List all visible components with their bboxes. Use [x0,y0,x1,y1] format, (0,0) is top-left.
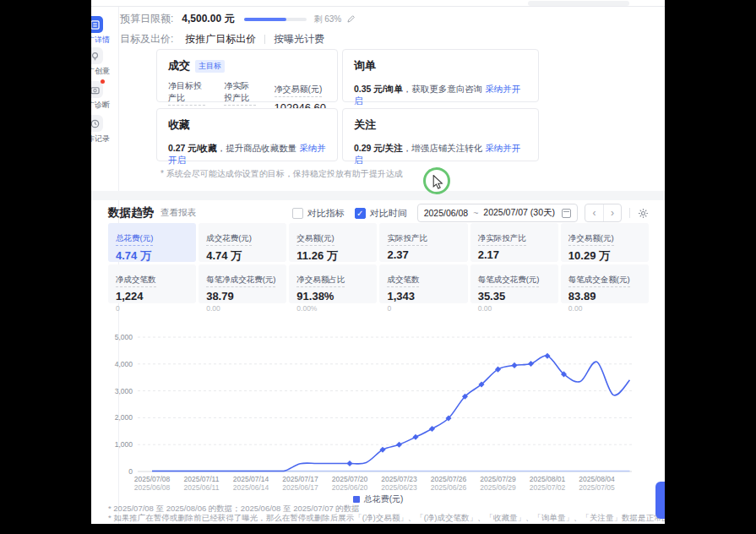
budget-remaining: 剩 63% [313,14,341,25]
legend-label: 总花费(元) [364,494,404,504]
trend-line-chart[interactable]: 01,0002,0003,0004,0005,0002025/07/082025… [91,319,665,493]
edit-budget-icon[interactable] [346,14,356,24]
date-tilde: ~ [473,208,478,218]
sidebar-item-label: 推广详情 [91,35,118,46]
svg-text:2025/06/11: 2025/06/11 [184,483,220,492]
controls-divider [629,208,630,218]
sidebar-item-label: 推广诊断 [91,100,118,111]
svg-text:2025/07/11: 2025/07/11 [184,475,220,483]
sidebar-item-label: 操作记录 [91,134,118,144]
compare-time-checkbox[interactable]: ✓ [355,208,366,219]
metric-cell-compare-value: 0.00 [206,304,279,313]
sidebar-item-label: 推广创意 [91,66,118,77]
svg-text:2025/07/26: 2025/07/26 [431,475,467,483]
topbar-button-partial[interactable] [528,1,629,6]
next-period-button[interactable]: › [603,204,621,221]
bulb-icon [91,47,103,64]
metric-cell[interactable]: 净交易额(元)10.29 万0.00 [561,223,649,262]
card-desc: 0.35 元/询单，获取更多意向咨询 采纳并开启 [354,84,527,107]
svg-text:2025/08/01: 2025/08/01 [530,475,566,483]
svg-text:2025/06/20: 2025/06/20 [332,483,368,492]
date-end: 2025/07/07 (30天) [483,207,555,219]
metric-cell-compare-value: 0 [116,304,188,313]
metric-cell[interactable]: 实际投产比2.370.00 [379,223,467,262]
main-content: 推广详情 推广创意 推广诊断 操作记录 [91,0,665,524]
svg-text:2025/06/26: 2025/06/26 [431,483,467,492]
mouse-cursor [432,175,443,193]
metric-cell-label: 交易额(元) [296,233,334,246]
goal-card-favorite[interactable]: 收藏 0.27 元/收藏，提升商品收藏数量 采纳并开启 [156,108,338,161]
metric-cell-label: 每笔成交金额(元) [568,275,630,287]
svg-text:2025/07/17: 2025/07/17 [282,475,318,483]
metric-cells-row1: 总花费(元)4.74 万0.00成交花费(元)4.74 万0.00交易额(元)1… [108,223,649,262]
compare-time-label: 对比时间 [370,207,407,220]
metric-cell-label: 净交易额占比 [296,275,345,287]
svg-text:2025/07/29: 2025/07/29 [480,475,516,483]
metric-cells-row2: 净成交笔数1,2240每笔净成交花费(元)38.790.00净交易额占比91.3… [108,264,649,303]
metric-cell-value: 10.29 万 [568,248,641,264]
svg-text:2025/06/23: 2025/06/23 [381,483,417,492]
tab-bid-by-impression[interactable]: 按曝光计费 [274,32,324,46]
goal-card-inquiry[interactable]: 询单 0.35 元/询单，获取更多意向咨询 采纳并开启 [342,49,539,102]
budget-value: 4,500.00 元 [182,12,234,26]
sidebar-item-detail[interactable]: 推广详情 [91,16,118,46]
metric-cell-value: 1,224 [116,290,188,302]
prev-period-button[interactable]: ‹ [585,204,603,221]
budget-label: 预算日限额: [120,12,173,26]
card-title-text: 询单 [354,58,376,74]
sidebar-item-diagnose[interactable]: 推广诊断 [91,81,118,111]
svg-text:2025/06/29: 2025/06/29 [480,483,516,492]
metric-cell-value: 1,343 [387,290,460,302]
goal-card-deal[interactable]: 成交 主目标 净目标投产比ⓘ 2.45 净实际投产比 2.17 净交易额(元) … [156,49,338,102]
metric-cell-value: 4.74 万 [116,248,188,264]
view-report-link[interactable]: 查看报表 [160,207,196,219]
svg-text:0: 0 [128,467,133,476]
metric-cell[interactable]: 每笔成交金额(元)83.890.00 [561,264,649,303]
budget-progress-bar[interactable] [244,18,307,21]
primary-goal-badge: 主目标 [195,60,225,73]
metric-cell-value: 4.74 万 [206,248,279,264]
calendar-icon [562,209,571,218]
chart-footnote-2: * 如果推广在暂停或删除前已经获得了曝光，那么在暂停或删除后展示「(净)交易额」… [108,513,665,524]
trend-controls: 对比指标 ✓ 对比时间 2025/06/08 ~ 2025/07/07 (30天… [292,204,649,222]
metric-cell-label: 每笔净成交花费(元) [206,275,275,287]
metric-cell[interactable]: 净实际投产比2.170.00 [470,223,558,262]
sidebar-item-creative[interactable]: 推广创意 [91,47,118,77]
sidebar-item-history[interactable]: 操作记录 [91,115,118,144]
card-title: 成交 主目标 [168,58,326,74]
metric-cell-value: 11.26 万 [296,248,369,264]
metric-cell[interactable]: 交易额(元)11.26 万0.00 [289,223,377,262]
metric-cell[interactable]: 每笔净成交花费(元)38.790.00 [199,264,286,303]
svg-text:1,000: 1,000 [115,440,133,449]
svg-text:2025/06/08: 2025/06/08 [134,483,171,492]
svg-text:4,000: 4,000 [115,360,133,368]
settings-gear-icon[interactable] [638,208,649,219]
metric-cell[interactable]: 总花费(元)4.74 万0.00 [108,223,196,262]
detail-icon [91,16,103,33]
metric-cell[interactable]: 成交花费(元)4.74 万0.00 [199,223,286,262]
tab-bid-by-goal[interactable]: 按推广目标出价 [185,32,256,46]
tab-divider [264,35,265,44]
metric-cell[interactable]: 净交易额占比91.38%0.00% [289,264,377,303]
metric-cell-label: 成交笔数 [387,275,419,287]
compare-metric-checkbox[interactable] [292,208,303,219]
svg-text:2025/07/20: 2025/07/20 [332,475,368,483]
card-title: 收藏 [168,117,326,133]
metric-cell-label: 实际投产比 [387,233,427,246]
card-title: 关注 [354,117,527,133]
metric-cell-value: 83.89 [568,290,641,302]
metric-cell[interactable]: 成交笔数1,3430 [379,264,467,303]
svg-text:2025/06/14: 2025/06/14 [233,483,269,492]
svg-text:5,000: 5,000 [115,333,133,341]
goal-card-follow[interactable]: 关注 0.29 元/关注，增强店铺关注转化 采纳并开启 [342,108,539,161]
metric-cell-compare-value: 0.00 [568,304,641,313]
metric-cell-label: 净交易额(元) [568,233,614,246]
goal-note: * 系统会尽可能达成你设置的目标，保持稳定投放有助于提升达成 [160,168,403,180]
metric-cell[interactable]: 每笔成交花费(元)35.350.00 [470,264,558,303]
floating-side-button[interactable] [655,482,665,519]
metric-label: 净交易额(元) [275,84,323,97]
date-range-picker[interactable]: 2025/06/08 ~ 2025/07/07 (30天) [417,204,578,222]
card-title-text: 成交 [168,58,190,74]
svg-text:2025/07/14: 2025/07/14 [233,475,269,483]
metric-cell[interactable]: 净成交笔数1,2240 [108,264,196,303]
